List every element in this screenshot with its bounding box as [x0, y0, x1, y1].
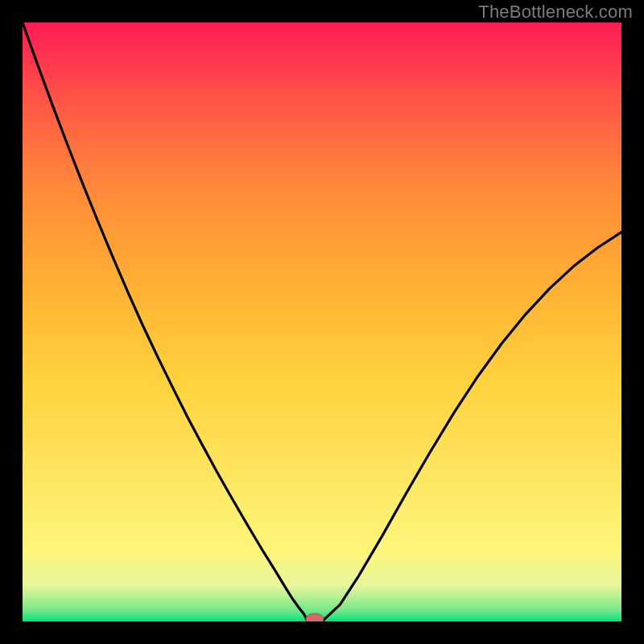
chart-frame: TheBottleneck.com — [0, 0, 644, 644]
chart-plot — [23, 23, 621, 621]
gradient-background — [23, 23, 621, 621]
chart-svg — [23, 23, 621, 621]
optimum-marker — [306, 613, 324, 621]
watermark-text: TheBottleneck.com — [478, 2, 633, 23]
